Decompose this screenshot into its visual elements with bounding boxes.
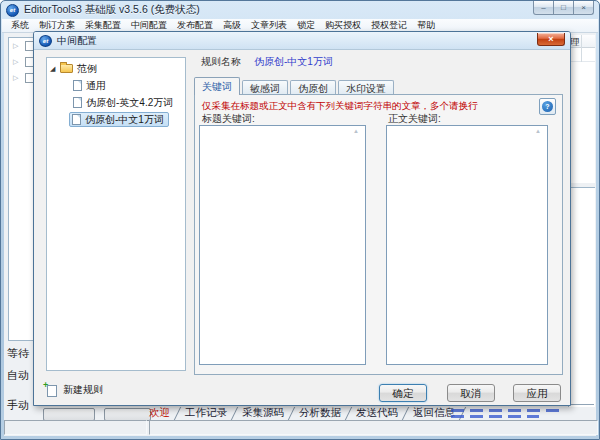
tab-return-info[interactable]: 返回信息 xyxy=(406,405,462,421)
middle-config-dialog: et 中间配置 × ◢ 范例 通用 伪原创-英文4.2万词 xyxy=(33,31,571,406)
dialog-title: 中间配置 xyxy=(57,34,97,48)
scroll-up-icon[interactable]: ▲ xyxy=(353,128,359,134)
plus-sparkle-icon: + xyxy=(43,380,48,390)
dialog-logo-icon: et xyxy=(39,35,52,47)
help-icon: ? xyxy=(542,101,553,112)
rule-name-row: 规则名称 伪原创-中文1万词 xyxy=(201,55,333,69)
task-table-sliver: 理 xyxy=(568,35,595,183)
tree-node-general[interactable]: 通用 xyxy=(47,77,185,94)
body-keywords-input[interactable] xyxy=(386,125,548,365)
statusbar xyxy=(4,420,596,436)
new-document-icon: + xyxy=(47,385,57,397)
collapsed-arrow-icon[interactable]: ▷ xyxy=(13,58,21,66)
keywords-tab-panel: 仅采集在标题或正文中含有下列关键词字符串的文章，多个请换行 ? 标题关键词: 正… xyxy=(194,94,563,375)
document-icon xyxy=(72,114,81,125)
document-icon xyxy=(73,80,82,91)
app-logo-icon: et xyxy=(6,4,19,17)
tab-welcome[interactable]: 欢迎 xyxy=(142,405,177,421)
dialog-close-button[interactable]: × xyxy=(537,33,565,46)
tree-node-english-rule[interactable]: 伪原创-英文4.2万词 xyxy=(47,94,185,111)
tab-keywords[interactable]: 关键词 xyxy=(194,77,240,95)
dialog-tab-strip: 关键词 敏感词 伪原创 水印设置 xyxy=(194,77,396,95)
expanded-arrow-icon[interactable]: ◢ xyxy=(50,65,60,73)
status-label-manual: 手动 xyxy=(7,398,29,413)
window-title: EditorTools3 基础版 v3.5.6 (免费状态) xyxy=(24,3,200,17)
tree-node-label: 范例 xyxy=(77,62,97,76)
scroll-up-icon[interactable]: ▲ xyxy=(535,128,541,134)
tab-pseudo-original[interactable]: 伪原创 xyxy=(290,80,336,95)
dialog-titlebar: et 中间配置 × xyxy=(34,32,570,50)
tab-work-log[interactable]: 工作记录 xyxy=(178,405,234,421)
tab-watermark-settings[interactable]: 水印设置 xyxy=(338,80,394,95)
folder-icon xyxy=(60,64,73,73)
title-keywords-label: 标题关键词: xyxy=(202,112,255,126)
statusbar-cell xyxy=(4,420,147,435)
maximize-button[interactable]: □ xyxy=(553,1,574,15)
tree-node-label: 伪原创-中文1万词 xyxy=(85,113,164,127)
minimize-button[interactable]: – xyxy=(533,1,554,15)
rule-name-value: 伪原创-中文1万词 xyxy=(254,55,333,69)
body-keywords-label: 正文关键词: xyxy=(388,112,441,126)
tree-node-examples[interactable]: ◢ 范例 xyxy=(47,60,185,77)
window-titlebar: et EditorTools3 基础版 v3.5.6 (免费状态) – □ × xyxy=(1,1,599,19)
title-keywords-input[interactable] xyxy=(199,125,366,365)
ok-button[interactable]: 确定 xyxy=(379,384,427,402)
tree-node-chinese-rule-selected[interactable]: 伪原创-中文1万词 xyxy=(47,111,185,128)
rule-name-label: 规则名称 xyxy=(201,55,241,69)
rule-tree-panel: ◢ 范例 通用 伪原创-英文4.2万词 伪原创-中文1万词 xyxy=(46,57,186,371)
tab-sensitive-words[interactable]: 敏感词 xyxy=(242,80,288,95)
status-label-waiting: 等待 xyxy=(7,346,29,361)
window-controls: – □ × xyxy=(534,1,594,15)
tree-node-label: 伪原创-英文4.2万词 xyxy=(86,96,173,110)
tree-node-label: 通用 xyxy=(86,79,106,93)
bottom-tab-strip: 欢迎 工作记录 采集源码 分析数据 发送代码 返回信息 xyxy=(142,405,463,421)
close-button[interactable]: × xyxy=(573,1,594,15)
table-gridline xyxy=(569,61,595,62)
new-rule-label: 新建规则 xyxy=(63,383,103,397)
background-link-text-fragment xyxy=(451,415,539,418)
apply-button[interactable]: 应用 xyxy=(513,384,561,402)
log-panel-sliver xyxy=(568,187,595,407)
table-gridline xyxy=(581,35,582,62)
collapsed-arrow-icon[interactable]: ▷ xyxy=(13,74,21,82)
collapsed-arrow-icon[interactable]: ▷ xyxy=(13,42,21,50)
help-button[interactable]: ? xyxy=(539,98,556,115)
new-rule-button[interactable]: + 新建规则 xyxy=(47,383,103,397)
status-label-auto: 自动 xyxy=(7,368,29,383)
menu-system[interactable]: 系统 xyxy=(6,19,34,32)
statusbar-cell xyxy=(149,420,598,435)
tab-analyze-data[interactable]: 分析数据 xyxy=(292,405,348,421)
tab-send-code[interactable]: 发送代码 xyxy=(349,405,405,421)
background-link-text-fragment xyxy=(451,409,563,412)
task-table-header: 理 xyxy=(569,35,595,48)
document-icon xyxy=(73,97,82,108)
tab-collect-source[interactable]: 采集源码 xyxy=(235,405,291,421)
cancel-button[interactable]: 取消 xyxy=(447,384,495,402)
